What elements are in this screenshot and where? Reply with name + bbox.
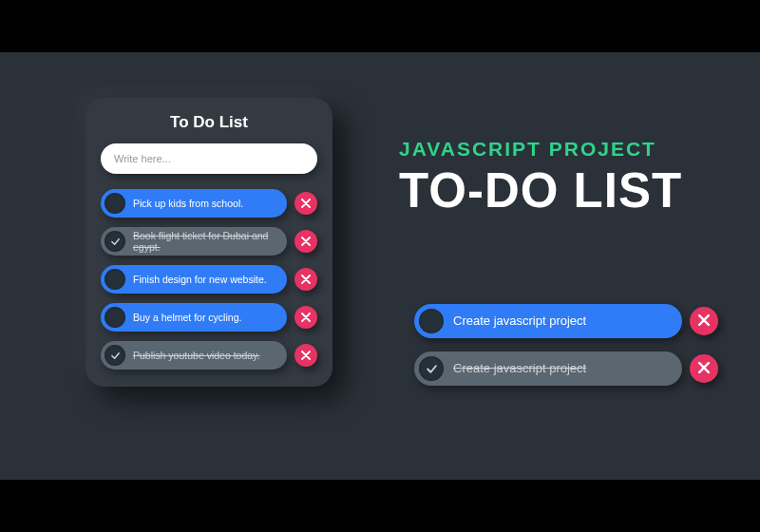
status-check-icon[interactable] <box>104 231 125 252</box>
task-label: Buy a helmet for cycling. <box>133 312 241 323</box>
task-label: Finish design for new website. <box>133 274 267 285</box>
close-icon <box>301 309 311 326</box>
task-row: Buy a helmet for cycling. <box>101 303 317 332</box>
delete-button[interactable] <box>294 306 317 329</box>
status-check-icon[interactable] <box>104 345 125 366</box>
status-circle-icon[interactable] <box>419 309 444 333</box>
close-icon <box>698 313 710 330</box>
status-circle-icon[interactable] <box>104 269 125 290</box>
close-icon <box>698 360 710 377</box>
task-pill[interactable]: Buy a helmet for cycling. <box>101 303 287 332</box>
task-row: Finish design for new website. <box>101 265 317 294</box>
task-row: Create javascript project <box>414 352 718 386</box>
new-task-input[interactable] <box>101 143 317 174</box>
app-canvas: To Do List Pick up kids from school. Boo… <box>0 52 760 480</box>
status-circle-icon[interactable] <box>104 193 125 214</box>
task-row: Publish youtube video today. <box>101 341 317 370</box>
delete-button[interactable] <box>294 230 317 253</box>
task-label: Create javascript project <box>453 314 586 329</box>
todo-card: To Do List Pick up kids from school. Boo… <box>86 98 332 387</box>
task-pill[interactable]: Create javascript project <box>414 352 682 386</box>
task-pill[interactable]: Publish youtube video today. <box>101 341 287 370</box>
delete-button[interactable] <box>690 354 718 383</box>
task-label: Book flight ticket for Dubai and egypt. <box>133 230 276 253</box>
delete-button[interactable] <box>294 268 317 291</box>
task-row: Create javascript project <box>414 304 718 338</box>
task-pill[interactable]: Finish design for new website. <box>101 265 287 294</box>
task-row: Pick up kids from school. <box>101 189 317 218</box>
delete-button[interactable] <box>294 192 317 215</box>
demo-tasks: Create javascript project Create javascr… <box>414 304 718 399</box>
close-icon <box>301 347 311 364</box>
task-pill[interactable]: Create javascript project <box>414 304 682 338</box>
close-icon <box>301 233 311 250</box>
close-icon <box>301 271 311 288</box>
task-pill[interactable]: Book flight ticket for Dubai and egypt. <box>101 227 287 256</box>
delete-button[interactable] <box>690 307 718 335</box>
close-icon <box>301 195 311 212</box>
status-circle-icon[interactable] <box>104 307 125 328</box>
delete-button[interactable] <box>294 344 317 367</box>
task-label: Pick up kids from school. <box>133 198 243 209</box>
card-title: To Do List <box>101 113 317 132</box>
task-label: Publish youtube video today. <box>133 350 259 361</box>
status-check-icon[interactable] <box>419 356 444 381</box>
task-label: Create javascript project <box>453 362 586 376</box>
hero-text: JAVASCRIPT PROJECT TO-DO LIST <box>399 138 722 215</box>
task-row: Book flight ticket for Dubai and egypt. <box>101 227 317 256</box>
hero-subtitle: JAVASCRIPT PROJECT <box>399 138 722 161</box>
hero-title: TO-DO LIST <box>399 166 722 215</box>
task-pill[interactable]: Pick up kids from school. <box>101 189 287 218</box>
